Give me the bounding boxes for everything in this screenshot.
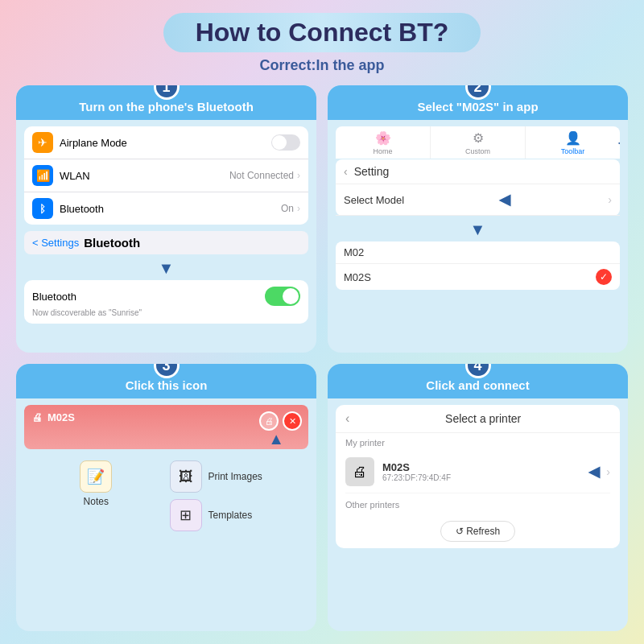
printer-chevron: › xyxy=(606,465,610,478)
banner-name: M02S xyxy=(47,411,75,423)
toolbar-tab-icon: 👤 xyxy=(565,130,581,146)
setting-title: Setting xyxy=(354,165,390,178)
my-printer-label: My printer xyxy=(345,438,610,448)
airplane-icon: ✈ xyxy=(32,132,53,153)
models-panel: M02 M02S ✓ xyxy=(336,242,620,290)
app-setting-panel: ‹ Setting Select Model ◀ › xyxy=(336,159,620,216)
notes-icon: 📝 xyxy=(80,460,112,493)
ios-nav: < Settings Bluetooth xyxy=(24,231,308,254)
app-topbar: 🌸 Home ⚙ Custom 👤 Toolbar ◀ xyxy=(336,126,620,159)
print-images-item[interactable]: 🖼 Print Images xyxy=(170,460,304,493)
custom-tab-icon: ⚙ xyxy=(473,130,484,146)
down-arrow-1: ▼ xyxy=(24,259,308,278)
templates-label: Templates xyxy=(208,510,253,521)
printer-avatar: 🖨 xyxy=(345,457,374,486)
printer-emoji: 🖨 xyxy=(32,411,43,423)
bt-label-row: Bluetooth xyxy=(60,203,281,215)
home-tab-label: Home xyxy=(373,147,392,155)
printer-mac-text: 67:23:DF:79:4D:4F xyxy=(382,473,585,482)
ios-row-wlan: 📶 WLAN Not Connected › xyxy=(24,159,308,192)
notes-label: Notes xyxy=(84,496,109,507)
printer-row-m02s[interactable]: 🖨 M02S 67:23:DF:79:4D:4F ◀ › xyxy=(345,451,610,493)
card-2-header: 2 Select "M02S" in app xyxy=(328,85,628,120)
notes-item[interactable]: 📝 Notes xyxy=(29,460,163,531)
home-tab-icon: 🌸 xyxy=(375,130,391,146)
nav-title: Bluetooth xyxy=(84,236,140,250)
card-1-body: ✈ Airplane Mode 📶 WLAN Not Connected › ᛒ… xyxy=(16,120,316,346)
print-images-icon: 🖼 xyxy=(170,460,202,493)
left-arrow-printer: ◀ xyxy=(588,463,600,481)
printer-header: ‹ Select a printer xyxy=(336,405,620,433)
model-m02s-label: M02S xyxy=(344,271,371,283)
wlan-chevron: › xyxy=(297,170,300,181)
model-m02s-row[interactable]: M02S ✓ xyxy=(336,264,620,290)
select-model-arrow: ◀ xyxy=(499,191,510,208)
bt-value: On xyxy=(281,203,294,214)
wlan-label: WLAN xyxy=(60,170,229,182)
select-model-label: Select Model xyxy=(344,194,404,206)
select-model-chevron: › xyxy=(608,193,612,206)
ios-row-bt: ᛒ Bluetooth On › xyxy=(24,192,308,225)
wifi-icon: 📶 xyxy=(32,165,53,186)
model-m02-label: M02 xyxy=(344,246,364,258)
printer-page-title: Select a printer xyxy=(356,412,610,425)
templates-item[interactable]: ⊞ Templates xyxy=(170,499,304,531)
my-printer-section: My printer 🖨 M02S 67:23:DF:79:4D:4F ◀ › xyxy=(336,433,620,495)
nav-back[interactable]: < Settings xyxy=(32,237,79,249)
printer-back-btn[interactable]: ‹ xyxy=(345,411,349,426)
printer-panel: ‹ Select a printer My printer 🖨 M02S 67:… xyxy=(336,405,620,548)
card-1: 1 Turn on the phone's Bluetooth ✈ Airpla… xyxy=(16,85,316,353)
printer-info: M02S 67:23:DF:79:4D:4F xyxy=(382,461,585,482)
card-4-body: ‹ Select a printer My printer 🖨 M02S 67:… xyxy=(328,398,628,625)
up-arrow-banner: ▲ xyxy=(268,430,284,448)
custom-tab-label: Custom xyxy=(465,147,490,155)
model-m02-row: M02 xyxy=(336,242,620,264)
close-icon-btn[interactable]: ✕ xyxy=(283,411,302,431)
app-banner: 🖨 M02S 🖨 ✕ ▲ xyxy=(24,405,308,449)
app-grid: 📝 Notes 🖼 Print Images ⊞ Templates xyxy=(24,457,308,535)
main-title-wrap: How to Connect BT? xyxy=(163,13,481,52)
app-tab-home[interactable]: 🌸 Home xyxy=(336,126,431,159)
toolbar-tab-label: Toolbar xyxy=(561,147,585,155)
card-4-header: 4 Click and connect xyxy=(328,364,628,398)
bt-toggle-row: Bluetooth xyxy=(32,287,300,306)
app-tab-toolbar[interactable]: 👤 Toolbar ◀ xyxy=(526,126,620,159)
down-arrow-2: ▼ xyxy=(336,221,620,239)
arrow-right-indicator: ◀ xyxy=(618,134,620,151)
bt-green-toggle[interactable] xyxy=(265,287,300,306)
app-tab-custom[interactable]: ⚙ Custom xyxy=(431,126,526,159)
grid: 1 Turn on the phone's Bluetooth ✈ Airpla… xyxy=(16,85,628,631)
card-1-header: 1 Turn on the phone's Bluetooth xyxy=(16,85,316,120)
check-red: ✓ xyxy=(596,269,612,285)
card-3-body: 🖨 M02S 🖨 ✕ ▲ 📝 Notes 🖼 Print Imag xyxy=(16,398,316,625)
print-icon-btn[interactable]: 🖨 xyxy=(259,411,279,431)
airplane-label: Airplane Mode xyxy=(60,137,265,149)
card-3: 3 Click this icon 🖨 M02S 🖨 ✕ ▲ 📝 Notes xyxy=(16,364,316,631)
main-title: How to Connect BT? xyxy=(196,18,449,47)
select-model-row[interactable]: Select Model ◀ › xyxy=(336,184,620,216)
card-2-body: 🌸 Home ⚙ Custom 👤 Toolbar ◀ ‹ Setting xyxy=(328,120,628,346)
templates-icon: ⊞ xyxy=(170,499,202,531)
ios-settings: ✈ Airplane Mode 📶 WLAN Not Connected › ᛒ… xyxy=(24,126,308,225)
other-printers-label: Other printers xyxy=(345,500,610,510)
bt-panel: Bluetooth Now discoverable as "Sunrise" xyxy=(24,280,308,324)
card-3-header: 3 Click this icon xyxy=(16,364,316,398)
airplane-toggle[interactable] xyxy=(271,134,300,151)
bt-panel-label: Bluetooth xyxy=(32,291,76,303)
bt-chevron: › xyxy=(297,203,300,214)
setting-header: ‹ Setting xyxy=(336,159,620,184)
refresh-btn[interactable]: ↺ Refresh xyxy=(440,521,515,542)
bt-discoverable: Now discoverable as "Sunrise" xyxy=(32,308,300,317)
print-images-label: Print Images xyxy=(208,471,262,482)
subtitle: Correct:In the app xyxy=(259,57,384,74)
app-item-right: 🖼 Print Images ⊞ Templates xyxy=(170,460,304,531)
wlan-value: Not Connected xyxy=(229,170,294,181)
bt-icon: ᛒ xyxy=(32,198,53,219)
ios-row-airplane: ✈ Airplane Mode xyxy=(24,126,308,159)
banner-icons: 🖨 ✕ ▲ xyxy=(259,411,302,431)
card-2: 2 Select "M02S" in app 🌸 Home ⚙ Custom 👤… xyxy=(328,85,628,353)
back-btn[interactable]: ‹ xyxy=(344,165,348,178)
printer-name-text: M02S xyxy=(382,461,585,473)
card-4: 4 Click and connect ‹ Select a printer M… xyxy=(328,364,628,631)
other-printers-section: Other printers xyxy=(336,495,620,514)
